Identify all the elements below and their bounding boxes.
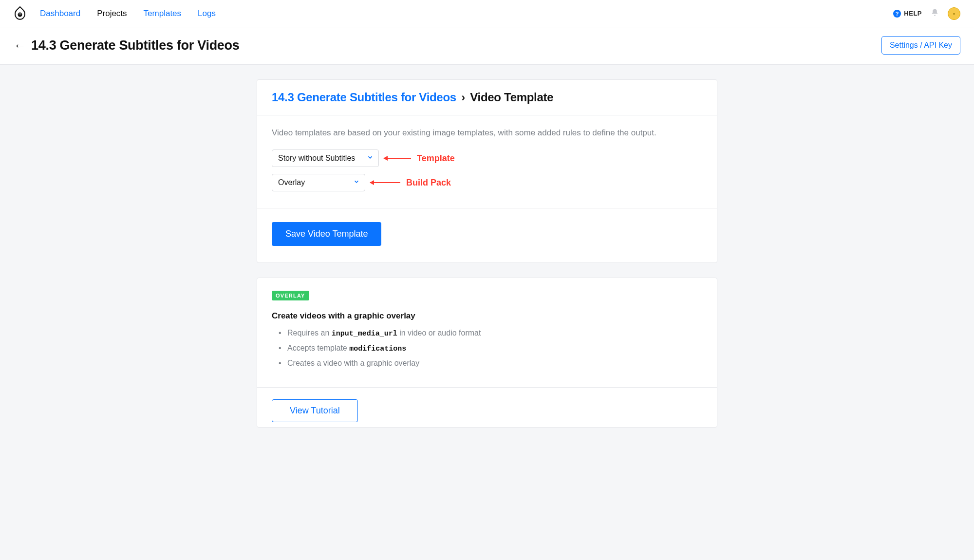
overlay-badge: OVERLAY — [272, 291, 309, 300]
tutorial-section: View Tutorial — [257, 387, 717, 427]
breadcrumb-sep: › — [461, 91, 465, 104]
content: 14.3 Generate Subtitles for Videos › Vid… — [257, 79, 717, 462]
buildpack-select-row: Overlay Build Pack — [272, 174, 702, 191]
form-body: Video templates are based on your existi… — [257, 115, 717, 208]
question-icon: ? — [893, 10, 901, 18]
settings-api-key-button[interactable]: Settings / API Key — [881, 36, 960, 55]
bullet-code: modifications — [349, 345, 406, 353]
overlay-bullets: Requires an input_media_url in video or … — [272, 329, 702, 368]
buildpack-select-value: Overlay — [278, 178, 305, 187]
template-annotation-label: Template — [417, 153, 455, 164]
bullet-text: Creates a video with a graphic overlay — [287, 359, 419, 367]
bullet-text: Accepts template — [287, 344, 349, 352]
buildpack-select[interactable]: Overlay — [272, 174, 365, 191]
nav-logs[interactable]: Logs — [198, 9, 216, 19]
breadcrumb-current: Video Template — [470, 91, 553, 104]
arrow-left-icon — [370, 182, 400, 183]
overlay-info-card: OVERLAY Create videos with a graphic ove… — [257, 278, 717, 428]
logo[interactable] — [14, 6, 26, 21]
top-nav-right: ? HELP • — [893, 7, 960, 20]
template-select[interactable]: Story without Subtitles — [272, 149, 379, 167]
template-annotation: Template — [384, 153, 455, 164]
form-description: Video templates are based on your existi… — [272, 128, 702, 138]
svg-point-1 — [19, 13, 19, 14]
buildpack-annotation: Build Pack — [370, 178, 451, 188]
help-button[interactable]: ? HELP — [893, 10, 922, 18]
buildpack-annotation-label: Build Pack — [406, 178, 451, 188]
bullet-code: input_media_url — [332, 330, 397, 338]
avatar[interactable]: • — [948, 7, 960, 20]
breadcrumb-link[interactable]: 14.3 Generate Subtitles for Videos — [272, 91, 456, 104]
overlay-title: Create videos with a graphic overlay — [272, 311, 702, 321]
form-footer: Save Video Template — [257, 208, 717, 262]
nav-links: Dashboard Projects Templates Logs — [40, 9, 216, 19]
nav-dashboard[interactable]: Dashboard — [40, 9, 80, 19]
bullet-item: Requires an input_media_url in video or … — [279, 329, 702, 338]
back-arrow-icon[interactable]: ← — [14, 39, 26, 52]
svg-point-0 — [18, 12, 22, 17]
top-nav: Dashboard Projects Templates Logs ? HELP… — [0, 0, 974, 27]
save-video-template-button[interactable]: Save Video Template — [272, 222, 381, 246]
bullet-text: in video or audio format — [397, 329, 481, 337]
sub-header: ← 14.3 Generate Subtitles for Videos Set… — [0, 27, 974, 65]
bullet-item: Creates a video with a graphic overlay — [279, 359, 702, 368]
help-label: HELP — [904, 10, 922, 17]
bullet-text: Requires an — [287, 329, 332, 337]
nav-templates[interactable]: Templates — [144, 9, 181, 19]
card-header: 14.3 Generate Subtitles for Videos › Vid… — [257, 80, 717, 115]
avatar-initial: • — [953, 11, 955, 17]
chevron-down-icon — [367, 154, 374, 163]
bell-icon[interactable] — [931, 8, 939, 19]
breadcrumb: 14.3 Generate Subtitles for Videos › Vid… — [272, 91, 702, 104]
svg-point-2 — [20, 13, 21, 14]
template-select-value: Story without Subtitles — [278, 154, 355, 162]
arrow-left-icon — [384, 158, 411, 159]
view-tutorial-button[interactable]: View Tutorial — [272, 399, 358, 422]
template-select-row: Story without Subtitles Template — [272, 149, 702, 167]
video-template-card: 14.3 Generate Subtitles for Videos › Vid… — [257, 79, 717, 263]
nav-projects[interactable]: Projects — [97, 9, 127, 19]
overlay-body: OVERLAY Create videos with a graphic ove… — [257, 278, 717, 387]
chevron-down-icon — [353, 178, 360, 187]
page-title: 14.3 Generate Subtitles for Videos — [31, 38, 239, 53]
bullet-item: Accepts template modifications — [279, 344, 702, 353]
